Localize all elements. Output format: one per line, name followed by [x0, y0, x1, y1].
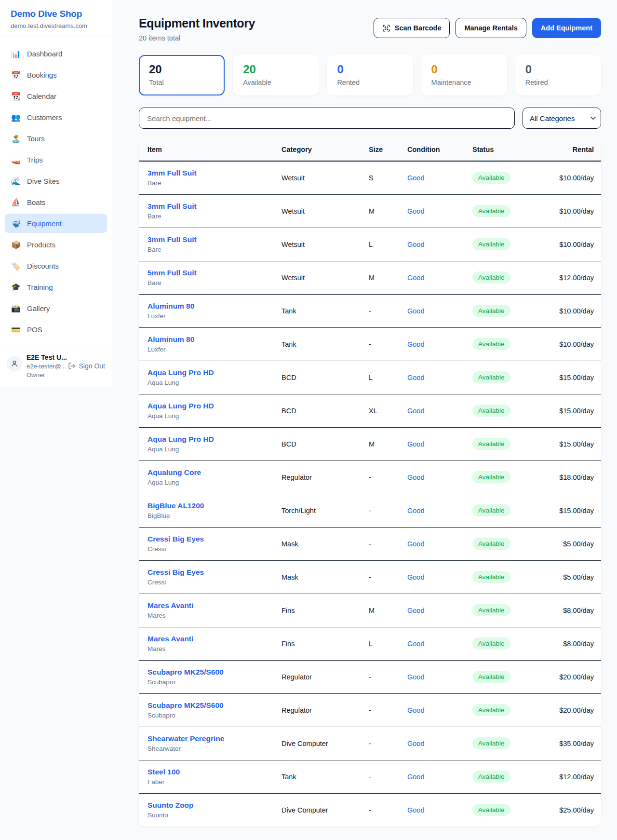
stat-card-total[interactable]: 20 Total: [139, 55, 225, 95]
search-input[interactable]: [139, 108, 515, 129]
item-name-link[interactable]: Suunto Zoop: [148, 801, 282, 810]
condition-link[interactable]: Good: [407, 474, 424, 481]
add-equipment-button[interactable]: Add Equipment: [532, 18, 601, 38]
status-badge: Available: [472, 704, 510, 716]
status-cell: Available: [472, 427, 547, 461]
status-cell: Available: [472, 194, 547, 228]
size-cell: M: [369, 261, 407, 294]
sidebar-item-dashboard[interactable]: 📊 Dashboard: [5, 44, 107, 63]
condition-link[interactable]: Good: [407, 673, 424, 681]
rental-cell: $15.00/day: [547, 394, 601, 427]
condition-cell: Good: [407, 461, 472, 494]
status-cell: Available: [472, 560, 547, 594]
person-icon: [10, 359, 19, 368]
condition-link[interactable]: Good: [407, 507, 424, 515]
item-name-link[interactable]: Scubapro MK25/S600: [148, 668, 282, 677]
item-name-link[interactable]: Aqua Lung Pro HD: [148, 435, 282, 444]
item-name-link[interactable]: Scubapro MK25/S600: [148, 701, 282, 710]
item-brand: BigBlue: [148, 512, 282, 519]
item-name-link[interactable]: Aqua Lung Pro HD: [148, 368, 282, 377]
category-cell: Wetsuit: [282, 194, 369, 228]
item-name-link[interactable]: Aluminum 80: [148, 335, 282, 344]
condition-link[interactable]: Good: [407, 773, 424, 781]
sidebar-item-equipment[interactable]: 🤿 Equipment: [5, 214, 107, 233]
item-cell: 3mm Full Suit Bare: [139, 194, 282, 228]
table-row: 5mm Full Suit Bare Wetsuit M Good Availa…: [139, 261, 601, 294]
condition-link[interactable]: Good: [407, 174, 424, 182]
sidebar-item-training[interactable]: 🎓 Training: [5, 277, 107, 297]
column-header-status: Status: [472, 138, 547, 161]
category-cell: Fins: [282, 594, 369, 627]
condition-link[interactable]: Good: [407, 706, 424, 714]
sidebar-nav: 📊 Dashboard 📅 Bookings 📆 Calendar 👥 Cust…: [0, 37, 112, 345]
category-cell: Regulator: [282, 660, 369, 693]
condition-link[interactable]: Good: [407, 740, 424, 747]
condition-link[interactable]: Good: [407, 806, 424, 814]
condition-link[interactable]: Good: [407, 407, 424, 415]
scan-barcode-button[interactable]: Scan Barcode: [374, 18, 450, 38]
item-name-link[interactable]: 3mm Full Suit: [148, 202, 282, 211]
item-name-link[interactable]: Shearwater Peregrine: [148, 734, 282, 743]
item-name-link[interactable]: Aluminum 80: [148, 302, 282, 311]
sidebar: Demo Dive Shop demo.test.divestreams.com…: [0, 0, 112, 387]
item-name-link[interactable]: 5mm Full Suit: [148, 269, 282, 277]
condition-link[interactable]: Good: [407, 241, 424, 248]
item-name-link[interactable]: 3mm Full Suit: [148, 235, 282, 244]
sidebar-item-pos[interactable]: 💳 POS: [5, 320, 107, 339]
item-name-link[interactable]: BigBlue AL1200: [148, 501, 282, 510]
sidebar-item-products[interactable]: 📦 Products: [5, 235, 107, 254]
condition-link[interactable]: Good: [407, 640, 424, 648]
condition-link[interactable]: Good: [407, 440, 424, 448]
item-name-link[interactable]: Cressi Big Eyes: [148, 535, 282, 543]
user-meta: E2E Test U... e2e-tester@... Owner: [27, 353, 64, 379]
condition-link[interactable]: Good: [407, 307, 424, 315]
condition-link[interactable]: Good: [407, 274, 424, 282]
equipment-table: Item Category Size Condition Status Rent…: [139, 138, 601, 826]
sign-out-button[interactable]: Sign Out: [68, 362, 105, 370]
sidebar-item-bookings[interactable]: 📅 Bookings: [5, 65, 107, 84]
item-name-link[interactable]: Aqua Lung Pro HD: [148, 402, 282, 410]
table-row: Aqua Lung Pro HD Aqua Lung BCD L Good Av…: [139, 361, 601, 394]
sidebar-item-gallery[interactable]: 📸 Gallery: [5, 298, 107, 318]
condition-link[interactable]: Good: [407, 607, 424, 614]
stat-card-available[interactable]: 20 Available: [233, 55, 319, 95]
condition-link[interactable]: Good: [407, 374, 424, 381]
item-name-link[interactable]: Mares Avanti: [148, 601, 282, 610]
manage-rentals-button[interactable]: Manage Rentals: [456, 18, 526, 38]
size-cell: M: [369, 194, 407, 228]
item-name-link[interactable]: Steel 100: [148, 768, 282, 776]
item-name-link[interactable]: Cressi Big Eyes: [148, 568, 282, 577]
table-row: Suunto Zoop Suunto Dive Computer - Good …: [139, 793, 601, 826]
sidebar-item-boats[interactable]: ⛵ Boats: [5, 192, 107, 212]
stat-card-rented[interactable]: 0 Rented: [327, 55, 413, 95]
category-select[interactable]: All Categories: [523, 108, 601, 129]
sidebar-item-tours[interactable]: 🏝️ Tours: [5, 129, 107, 148]
condition-link[interactable]: Good: [407, 573, 424, 581]
sidebar-item-dive-sites[interactable]: 🌊 Dive Sites: [5, 171, 107, 190]
stat-card-retired[interactable]: 0 Retired: [515, 55, 601, 95]
sidebar-item-discounts[interactable]: 🏷️ Discounts: [5, 256, 107, 275]
status-badge: Available: [472, 538, 510, 550]
condition-link[interactable]: Good: [407, 540, 424, 548]
item-name-link[interactable]: Aqualung Core: [148, 468, 282, 477]
status-cell: Available: [472, 261, 547, 294]
item-cell: Aqualung Core Aqua Lung: [139, 461, 282, 494]
stat-card-maintenance[interactable]: 0 Maintenance: [421, 55, 507, 95]
shop-name[interactable]: Demo Dive Shop: [11, 9, 101, 19]
item-cell: 3mm Full Suit Bare: [139, 228, 282, 261]
status-badge: Available: [472, 238, 510, 250]
sidebar-item-trips[interactable]: 🚤 Trips: [5, 150, 107, 169]
condition-cell: Good: [407, 228, 472, 261]
item-brand: Bare: [148, 179, 282, 187]
condition-link[interactable]: Good: [407, 207, 424, 215]
sidebar-item-customers[interactable]: 👥 Customers: [5, 108, 107, 127]
sidebar-item-calendar[interactable]: 📆 Calendar: [5, 86, 107, 106]
category-cell: Tank: [282, 327, 369, 361]
item-name-link[interactable]: Mares Avanti: [148, 635, 282, 643]
rental-cell: $18.00/day: [547, 461, 601, 494]
condition-link[interactable]: Good: [407, 340, 424, 348]
item-name-link[interactable]: 3mm Full Suit: [148, 169, 282, 177]
condition-cell: Good: [407, 594, 472, 627]
sidebar-item-label: Gallery: [27, 304, 50, 312]
sidebar-item-label: Dashboard: [27, 50, 62, 58]
